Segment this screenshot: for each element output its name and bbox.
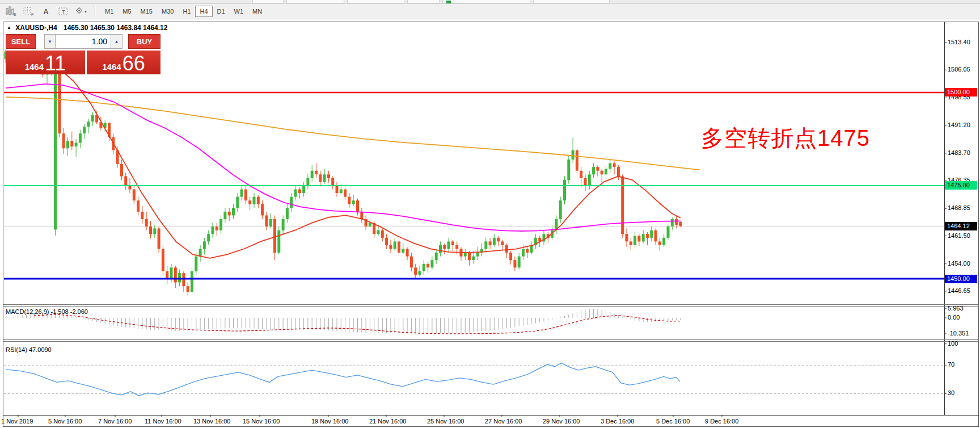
- one-click-trade-panel: SELL ▼ ▲ BUY 1464 11 1464 66: [6, 34, 160, 74]
- sell-price-pips: 11: [45, 54, 66, 73]
- chart-annotation-text: 多空转折点1475: [701, 123, 870, 154]
- chart-header: ▲ XAUUSD-,H4 1465.30 1465.30 1463.84 146…: [7, 24, 167, 32]
- moving-averages-layer: [6, 48, 700, 258]
- rsi-label: RSI(14) 47.0090: [6, 346, 52, 353]
- ohlc-values: 1465.30 1465.30 1463.84 1464.12: [64, 24, 168, 32]
- macd-layer: [6, 309, 681, 334]
- symbol-title: XAUUSD-,H4: [15, 24, 57, 32]
- volume-input[interactable]: [56, 34, 111, 49]
- buy-button[interactable]: BUY: [128, 34, 160, 49]
- collapse-icon[interactable]: ▲: [7, 25, 11, 30]
- sell-price-box[interactable]: 1464 11: [6, 51, 85, 74]
- volume-decrease-button[interactable]: ▼: [44, 34, 56, 49]
- candles-layer: [5, 37, 682, 295]
- volume-increase-button[interactable]: ▲: [111, 34, 122, 49]
- rsi-value: 47.0090: [29, 346, 52, 353]
- ma-mid-magenta: [6, 84, 681, 231]
- sell-price-base: 1464: [25, 62, 44, 73]
- buy-price-base: 1464: [102, 62, 121, 73]
- macd-values: -1.508 -2.060: [50, 308, 87, 315]
- sell-button[interactable]: SELL: [6, 34, 36, 49]
- macd-label: MACD(12,26,9) -1.508 -2.060: [6, 308, 88, 315]
- rsi-line: [6, 363, 680, 396]
- buy-price-pips: 66: [122, 54, 145, 73]
- rsi-layer: [4, 363, 944, 396]
- buy-price-box[interactable]: 1464 66: [87, 51, 160, 74]
